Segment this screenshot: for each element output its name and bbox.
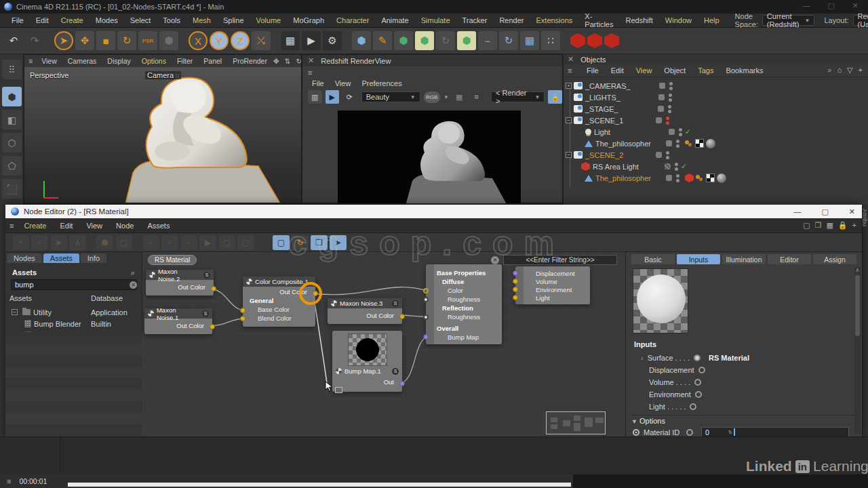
menu-character[interactable]: Character	[330, 16, 375, 24]
tree-row-philosopher1[interactable]: The_philosopher	[564, 138, 868, 149]
close-icon[interactable]: ✕	[308, 56, 314, 65]
mograph-array-icon[interactable]: ⬢	[457, 31, 476, 50]
layout-dropdown[interactable]: Redshift_Base (User) ▼	[853, 15, 868, 26]
bend-icon[interactable]: ↻	[499, 31, 518, 50]
uvw-tag-icon[interactable]	[706, 174, 715, 182]
tab-basic[interactable]: Basic	[631, 254, 675, 264]
clear-filter-icon[interactable]: ✕	[491, 256, 499, 264]
tab-nodes[interactable]: Nodes	[7, 253, 42, 263]
vp-menu-display[interactable]: Display	[102, 57, 135, 65]
radio-icon[interactable]	[633, 429, 639, 436]
out-color-port[interactable]	[399, 314, 405, 319]
menu-volume[interactable]: Volume	[250, 16, 288, 24]
layer-toggle[interactable]	[656, 152, 662, 158]
x-axis-icon[interactable]: X	[189, 31, 208, 50]
environment-port[interactable]	[695, 391, 702, 398]
menu-window[interactable]: Window	[659, 16, 698, 24]
generator-icon[interactable]: ⬢	[394, 31, 413, 50]
detach-icon[interactable]: +	[852, 221, 856, 230]
tab-assign[interactable]: Assign	[813, 254, 856, 264]
volume-port[interactable]	[694, 379, 701, 386]
layer-toggle[interactable]	[658, 94, 665, 100]
node-space-dropdown[interactable]: Current (Redshift) ▼	[762, 15, 815, 26]
spline-pen-icon[interactable]: ✎	[373, 31, 392, 50]
points-mode-icon[interactable]: ⬡	[2, 133, 22, 152]
vp-menu-options[interactable]: Options	[137, 57, 171, 65]
aov-dropdown[interactable]: Beauty ▼	[361, 92, 420, 102]
displacement-port[interactable]	[513, 270, 518, 276]
render-play-icon[interactable]: ▶	[302, 31, 321, 50]
light-port[interactable]	[690, 403, 696, 410]
hamburger-icon[interactable]: ≡	[568, 66, 572, 75]
visibility-dots[interactable]	[666, 151, 669, 159]
solo-badge[interactable]: S	[392, 300, 399, 307]
tree-row-cameras[interactable]: + _CAMERAS_	[564, 80, 868, 92]
tab-assets[interactable]: Assets	[43, 253, 79, 263]
select-tool-icon[interactable]: ➤	[54, 31, 73, 50]
close-icon[interactable]: ✕	[568, 55, 574, 64]
visibility-dots[interactable]	[679, 128, 682, 136]
vp-menu-prorender[interactable]: ProRender	[228, 57, 272, 65]
refresh-icon[interactable]: ⟳	[342, 90, 357, 104]
menu-render[interactable]: Render	[493, 16, 530, 24]
grip-icon[interactable]: ⠿	[2, 60, 22, 79]
rv-menu-view[interactable]: View	[331, 79, 355, 87]
collapse-icon[interactable]: −	[566, 117, 572, 123]
surface-port[interactable]	[694, 354, 701, 361]
tab-illumination[interactable]: Illumination	[722, 254, 766, 264]
menu-redshift[interactable]: Redshift	[619, 16, 658, 24]
material-id-port[interactable]	[686, 429, 693, 436]
material-preview[interactable]	[633, 268, 688, 333]
protection-tag-icon[interactable]	[696, 175, 704, 182]
menu-animate[interactable]: Animate	[375, 16, 414, 24]
filter-icon[interactable]: ▽	[847, 66, 852, 75]
node-maxon-noise-3[interactable]: Maxon Noise.3 S Out Color	[328, 298, 402, 324]
tab-editor[interactable]: Editor	[768, 254, 811, 264]
col-database[interactable]: Database	[91, 294, 138, 305]
field-icon[interactable]: −	[478, 31, 497, 50]
pan-view-icon[interactable]: ✥	[273, 57, 279, 65]
menu-extensions[interactable]: Extensions	[530, 16, 578, 24]
align-bot-icon[interactable]: −	[180, 235, 197, 250]
layer-toggle[interactable]	[659, 83, 665, 89]
scroll-up-icon[interactable]: ∧	[856, 267, 860, 273]
minimize-icon[interactable]: —	[802, 1, 810, 10]
rv-menu-preferences[interactable]: Preferences	[357, 79, 406, 87]
obj-menu-file[interactable]: File	[581, 66, 604, 75]
floor-icon[interactable]: ▦	[520, 31, 539, 50]
navigate-back-icon[interactable]: ❐	[311, 235, 328, 250]
ne-menu-assets[interactable]: Assets	[141, 222, 176, 230]
path-up-icon[interactable]: ⌂	[837, 66, 842, 75]
polygons-mode-icon[interactable]: ⬛	[2, 179, 22, 199]
solo-icon[interactable]: ▢	[218, 235, 235, 250]
tree-row-philosopher2[interactable]: The_philosopher	[564, 172, 868, 184]
solo-badge[interactable]: S	[202, 310, 209, 317]
close-icon[interactable]: ✕	[852, 1, 859, 10]
menu-help[interactable]: Help	[698, 16, 726, 24]
stepper-icon[interactable]: ⇅	[728, 430, 732, 434]
protection-tag-icon[interactable]	[685, 140, 693, 147]
out-port[interactable]	[399, 381, 405, 386]
asset-row-bump-blender[interactable]: Bump Blender Builtin	[9, 318, 138, 329]
node-maxon-noise-2[interactable]: Maxon Noise.2 S Out Color	[146, 270, 214, 296]
rs-material-tag-icon[interactable]	[685, 174, 694, 182]
visibility-dots[interactable]	[669, 82, 673, 90]
collapse-triangle-icon[interactable]: ▼	[631, 418, 637, 425]
solo-badge[interactable]: S	[392, 368, 399, 375]
menu-file[interactable]: File	[5, 16, 30, 24]
material-tag-icon[interactable]	[717, 174, 726, 183]
obj-menu-view[interactable]: View	[631, 66, 658, 75]
node-editor-titlebar[interactable]: Node Editor (2) - [RS Material] — ▢ ✕	[5, 205, 862, 218]
rotate-tool-icon[interactable]: ↻	[117, 31, 136, 50]
texture-mode-icon[interactable]: ◧	[2, 110, 22, 129]
tree-row-scene2[interactable]: − _SCENE_2	[564, 149, 868, 161]
visibility-dots[interactable]	[675, 163, 678, 171]
volume-port[interactable]	[513, 279, 518, 284]
solo-badge[interactable]: S	[203, 272, 210, 279]
redshift-camera-icon[interactable]	[570, 33, 585, 48]
scroll-thumb[interactable]	[855, 275, 860, 336]
visibility-dots[interactable]	[669, 94, 672, 102]
tree-row-rs-area-light[interactable]: RS Area Light ✓	[564, 161, 868, 172]
light-port[interactable]	[513, 295, 518, 300]
layer-toggle[interactable]	[656, 117, 662, 123]
